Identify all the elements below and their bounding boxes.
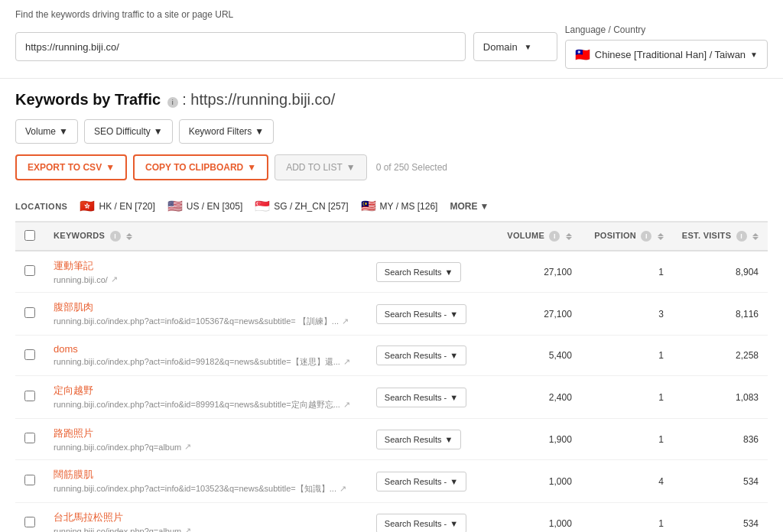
keyword-text[interactable]: 台北馬拉松照片 (54, 511, 358, 524)
keywords-info-icon[interactable]: i (110, 231, 121, 242)
select-all-checkbox[interactable] (24, 230, 35, 241)
copy-clipboard-button[interactable]: COPY TO CLIPBOARD ▼ (133, 154, 268, 180)
us-flag-icon: 🇺🇸 (167, 199, 183, 213)
keyword-text[interactable]: 腹部肌肉 (54, 300, 358, 314)
chevron-down-icon: ▼ (450, 351, 458, 360)
filter-seo-btn[interactable]: SEO Difficulty ▼ (84, 119, 173, 144)
visits-cell: 1,083 (673, 376, 768, 419)
keyword-text[interactable]: 闊筋膜肌 (54, 468, 358, 482)
table-row: 定向越野 running.biji.co/index.php?act=info&… (15, 376, 768, 419)
external-link-icon[interactable]: ↗ (184, 526, 191, 532)
row-checkbox[interactable] (24, 475, 35, 485)
external-link-icon[interactable]: ↗ (343, 357, 350, 367)
row-checkbox-cell (15, 376, 44, 419)
external-link-icon[interactable]: ↗ (343, 400, 350, 410)
filter-keyword-btn[interactable]: Keyword Filters ▼ (179, 119, 275, 144)
position-info-icon[interactable]: i (641, 231, 651, 242)
my-flag-icon: 🇲🇾 (361, 199, 376, 213)
visits-info-icon[interactable]: i (736, 231, 747, 242)
chevron-down-icon: ▼ (525, 43, 532, 51)
page-title-prefix: Keywords by Traffic (15, 91, 161, 108)
volume-cell: 27,100 (489, 293, 581, 336)
url-input[interactable] (15, 32, 466, 61)
row-checkbox-cell (15, 336, 44, 376)
url-text: running.biji.co/index.php?act=info&id=10… (54, 316, 339, 327)
locations-label: LOCATIONS (15, 202, 67, 211)
chevron-down-icon: ▼ (450, 393, 458, 402)
chevron-down-icon: ▼ (444, 435, 453, 444)
position-cell: 4 (581, 460, 673, 503)
search-results-button[interactable]: Search Results - ▼ (376, 304, 466, 324)
keyword-url: running.biji.co/index.php?act=info&id=10… (54, 316, 358, 327)
visits-cell: 8,116 (673, 293, 768, 336)
page-title: Keywords by Traffic i : https://running.… (15, 91, 768, 109)
add-to-list-button[interactable]: ADD TO LIST ▼ (275, 154, 366, 180)
locations-bar: LOCATIONS 🇭🇰 HK / EN [720] 🇺🇸 US / EN [3… (15, 191, 768, 222)
location-my[interactable]: 🇲🇾 MY / MS [126] (361, 199, 438, 213)
visits-cell: 2,258 (673, 336, 768, 376)
lang-country-select[interactable]: 🇹🇼 Chinese [Traditional Han] / Taiwan ▼ (565, 40, 768, 69)
keyword-text[interactable]: 路跑照片 (54, 427, 358, 440)
volume-sort-icon (566, 233, 572, 240)
url-text: running.biji.co/index.php?act=info&id=89… (54, 399, 340, 410)
external-link-icon[interactable]: ↗ (340, 484, 346, 494)
external-link-icon[interactable]: ↗ (184, 442, 191, 452)
more-locations-btn[interactable]: MORE ▼ (450, 201, 489, 212)
search-results-cell: Search Results - ▼ (367, 376, 489, 419)
search-results-label: Search Results - (385, 393, 447, 402)
search-results-button[interactable]: Search Results - ▼ (376, 514, 466, 533)
th-volume[interactable]: VOLUME i (489, 222, 581, 251)
visits-cell: 534 (673, 503, 768, 533)
domain-select[interactable]: Domain ▼ (473, 32, 557, 61)
info-icon[interactable]: i (167, 97, 178, 108)
visits-sort-icon (752, 233, 759, 240)
row-checkbox-cell (15, 460, 44, 503)
row-checkbox[interactable] (24, 433, 35, 443)
th-position[interactable]: POSITION i (581, 222, 673, 251)
search-results-button[interactable]: Search Results - ▼ (376, 345, 466, 365)
volume-cell: 5,400 (489, 336, 581, 376)
search-results-button[interactable]: Search Results ▼ (376, 430, 461, 449)
search-results-button[interactable]: Search Results ▼ (376, 262, 461, 282)
keyword-url: running.biji.co/index.php?act=info&id=99… (54, 356, 358, 368)
domain-select-label: Domain (483, 41, 518, 53)
row-checkbox[interactable] (24, 517, 35, 527)
location-hk-label: HK / EN [720] (99, 201, 154, 212)
location-hk[interactable]: 🇭🇰 HK / EN [720] (80, 199, 154, 213)
volume-info-icon[interactable]: i (549, 231, 560, 242)
search-results-label: Search Results (385, 268, 442, 277)
position-cell: 1 (581, 503, 673, 533)
search-results-button[interactable]: Search Results - ▼ (376, 472, 466, 491)
chevron-down-icon: ▼ (106, 162, 115, 173)
keyword-text[interactable]: 運動筆記 (54, 259, 358, 273)
url-text: running.biji.co/index.php?act=info&id=10… (54, 483, 336, 495)
visits-cell: 836 (673, 419, 768, 460)
search-results-button[interactable]: Search Results - ▼ (376, 388, 466, 407)
keyword-cell: 腹部肌肉 running.biji.co/index.php?act=info&… (44, 293, 367, 336)
url-text: running.biji.co/index.php?act=info&id=99… (54, 356, 340, 368)
hk-flag-icon: 🇭🇰 (80, 199, 95, 213)
external-link-icon[interactable]: ↗ (342, 316, 349, 326)
row-checkbox-cell (15, 293, 44, 336)
page-title-url: : https://running.biji.co/ (182, 91, 335, 108)
external-link-icon[interactable]: ↗ (111, 274, 118, 284)
volume-cell: 1,000 (489, 460, 581, 503)
row-checkbox[interactable] (24, 307, 35, 318)
filter-volume-btn[interactable]: Volume ▼ (15, 119, 78, 144)
more-label: MORE (450, 201, 477, 212)
keyword-text[interactable]: 定向越野 (54, 384, 358, 397)
export-csv-button[interactable]: EXPORT TO CSV ▼ (15, 154, 127, 180)
th-visits[interactable]: EST. VISITS i (673, 222, 768, 251)
th-keywords[interactable]: KEYWORDS i (44, 222, 367, 251)
row-checkbox[interactable] (24, 349, 35, 360)
row-checkbox[interactable] (24, 391, 35, 401)
keyword-cell: 闊筋膜肌 running.biji.co/index.php?act=info&… (44, 460, 367, 503)
row-checkbox[interactable] (24, 265, 35, 276)
url-text: running.biji.co/index.php?q=album (54, 527, 181, 533)
position-sort-icon (658, 233, 664, 240)
keyword-text[interactable]: doms (54, 343, 358, 355)
location-sg[interactable]: 🇸🇬 SG / ZH_CN [257] (255, 199, 348, 213)
chevron-down-icon: ▼ (444, 268, 453, 277)
keyword-cell: 台北馬拉松照片 running.biji.co/index.php?q=albu… (44, 503, 367, 533)
location-us[interactable]: 🇺🇸 US / EN [305] (167, 199, 242, 213)
